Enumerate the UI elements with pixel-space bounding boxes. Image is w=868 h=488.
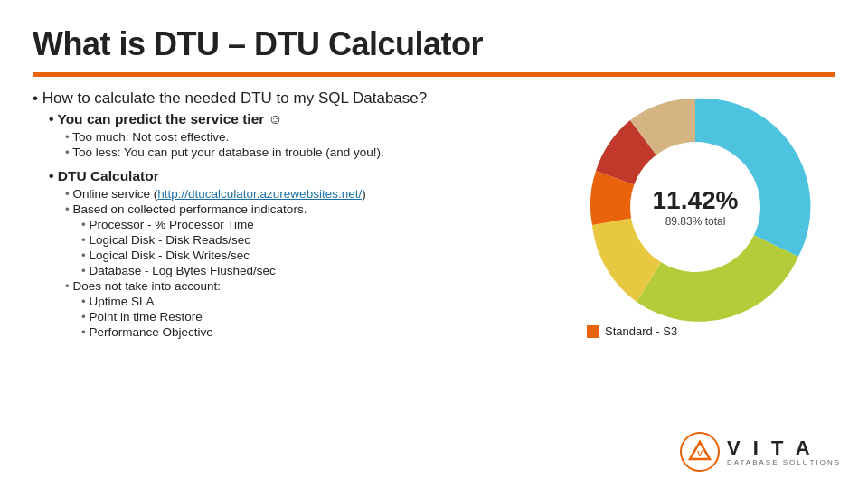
logo-sub: DATABASE SOLUTIONS [727, 459, 841, 467]
bullet-b1b: Too less: You can put your database in t… [65, 145, 537, 159]
bullet-b2c2: Point in time Restore [81, 310, 537, 324]
b2a-link[interactable]: http://dtucalculator.azurewebsites.net/ [157, 187, 362, 201]
donut-chart: 11.42% 89.83% total [569, 80, 822, 333]
logo-icon: V [680, 432, 720, 472]
content-area: How to calculate the needed DTU to my SQ… [33, 89, 835, 444]
bullet-b2b1: Processor - % Processor Time [81, 218, 537, 231]
logo-text: V I T A DATABASE SOLUTIONS [727, 437, 841, 467]
bullet-b2: DTU Calculator [49, 168, 537, 184]
vita-logo-svg: V [687, 439, 712, 465]
orange-divider [33, 72, 835, 77]
bullet-b2c1: Uptime SLA [81, 295, 537, 308]
logo-area: V V I T A DATABASE SOLUTIONS [680, 432, 841, 472]
bullet-b2b3: Logical Disk - Disk Writes/sec [81, 249, 537, 262]
text-column: How to calculate the needed DTU to my SQ… [33, 89, 555, 341]
slide: What is DTU – DTU Calculator How to calc… [0, 0, 868, 488]
svg-text:V: V [697, 449, 703, 458]
logo-vita: V I T A [727, 437, 841, 459]
bullet-b2c: Does not take into account: [65, 279, 537, 293]
bullet-b2c3: Performance Objective [81, 325, 537, 339]
b2a-suffix: ) [362, 187, 366, 201]
page-title: What is DTU – DTU Calculator [33, 25, 835, 63]
donut-total: 89.83% total [653, 215, 739, 228]
bullet-b2b: Based on collected performance indicator… [65, 202, 537, 216]
chart-column: 11.42% 89.83% total Standard - S3 [555, 89, 835, 340]
bullet-b1a: Too much: Not cost effective. [65, 130, 537, 144]
bullet-b1: You can predict the service tier ☺ [49, 111, 537, 127]
bullet-q1: How to calculate the needed DTU to my SQ… [33, 89, 537, 108]
bullet-b2a: Online service (http://dtucalculator.azu… [65, 187, 537, 201]
b2a-prefix: Online service ( [72, 187, 157, 201]
donut-percent: 11.42% [653, 186, 739, 215]
donut-label: 11.42% 89.83% total [653, 186, 739, 228]
bullet-b2b2: Logical Disk - Disk Reads/sec [81, 233, 537, 247]
bullet-b2b4: Database - Log Bytes Flushed/sec [81, 264, 537, 277]
